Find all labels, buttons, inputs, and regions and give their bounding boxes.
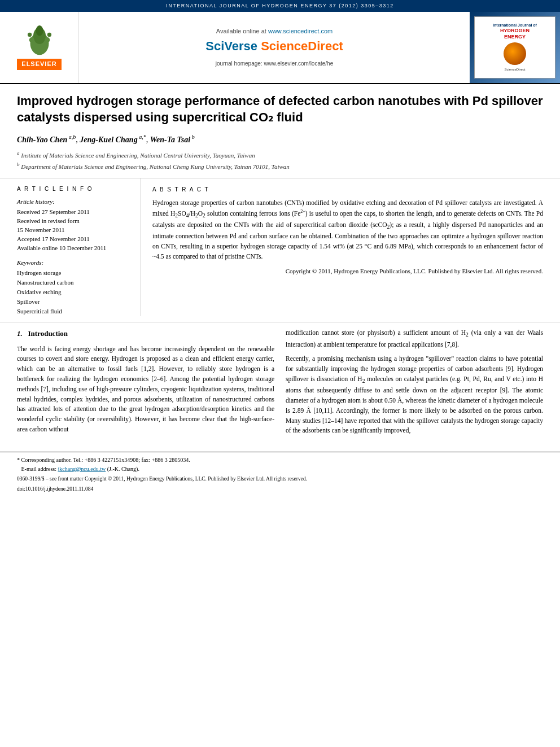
affiliations: a Institute of Materials Science and Eng… bbox=[17, 149, 543, 172]
sciverse-part1: SciVerse bbox=[205, 39, 257, 53]
keyword-3: Oxidative etching bbox=[17, 288, 132, 297]
email-label: E-mail address: bbox=[21, 466, 56, 472]
footnote-section: * Corresponding author. Tel.: +886 3 422… bbox=[0, 452, 560, 496]
keyword-1: Hydrogen storage bbox=[17, 269, 132, 278]
journal-cover-area: International Journal of HYDROGEN ENERGY… bbox=[470, 12, 560, 83]
body-columns: 1. Introduction The world is facing ener… bbox=[17, 328, 543, 440]
main-content: 1. Introduction The world is facing ener… bbox=[0, 322, 560, 452]
accepted-date: Accepted 17 November 2011 bbox=[17, 235, 132, 244]
corresponding-author-note: * Corresponding author. Tel.: +886 3 422… bbox=[17, 457, 190, 463]
footnote-corresponding: * Corresponding author. Tel.: +886 3 422… bbox=[17, 456, 543, 465]
article-info-column: A R T I C L E I N F O Article history: R… bbox=[17, 178, 141, 317]
abstract-heading: A B S T R A C T bbox=[152, 185, 543, 194]
svg-point-3 bbox=[36, 25, 43, 36]
journal-homepage: journal homepage: www.elsevier.com/locat… bbox=[216, 60, 333, 68]
keywords-section: Keywords: Hydrogen storage Nanostructure… bbox=[17, 259, 132, 316]
svg-point-6 bbox=[27, 32, 31, 36]
affiliation-1: a Institute of Materials Science and Eng… bbox=[17, 149, 543, 160]
body-col-left: 1. Introduction The world is facing ener… bbox=[17, 328, 274, 440]
author-3-name: Wen-Ta Tsai bbox=[150, 136, 190, 144]
author-1-sup: a,b bbox=[67, 134, 76, 140]
keyword-5: Supercritical fluid bbox=[17, 307, 132, 316]
received-date: Received 27 September 2011 bbox=[17, 208, 132, 217]
copyright-line: Copyright © 2011, Hydrogen Energy Public… bbox=[152, 267, 543, 276]
article-title: Improved hydrogen storage performance of… bbox=[17, 93, 543, 125]
authors-line: Chih-Yao Chen a,b, Jeng-Kuei Chang a,*, … bbox=[17, 133, 543, 146]
abstract-column: A B S T R A C T Hydrogen storage propert… bbox=[152, 178, 543, 317]
sciencedirect-url[interactable]: www.sciencedirect.com bbox=[268, 28, 333, 34]
article-title-section: Improved hydrogen storage performance of… bbox=[0, 84, 560, 178]
intro-paragraph-3: Recently, a promising mechanism using a … bbox=[286, 354, 543, 436]
body-col-right: modification cannot store (or physisorb)… bbox=[286, 328, 543, 440]
author-1-name: Chih-Yao Chen bbox=[17, 136, 67, 144]
elsevier-wordmark: ELSEVIER bbox=[17, 59, 61, 70]
elsevier-tree-icon bbox=[20, 25, 59, 56]
history-label: Article history: bbox=[17, 198, 132, 207]
svg-point-4 bbox=[29, 37, 34, 42]
received-revised-label: Received in revised form bbox=[17, 217, 132, 226]
doi-line: doi:10.1016/j.ijhydene.2011.11.084 bbox=[17, 486, 543, 493]
header-section: ELSEVIER Available online at www.science… bbox=[0, 12, 560, 84]
introduction-heading: 1. Introduction bbox=[17, 328, 274, 339]
cover-journal-title: International Journal of HYDROGEN ENERGY bbox=[493, 23, 537, 40]
article-history: Article history: Received 27 September 2… bbox=[17, 198, 132, 253]
article-info-abstract-section: A R T I C L E I N F O Article history: R… bbox=[0, 178, 560, 323]
elsevier-logo: ELSEVIER bbox=[17, 25, 61, 70]
journal-cover: International Journal of HYDROGEN ENERGY… bbox=[474, 16, 555, 78]
article-info-heading: A R T I C L E I N F O bbox=[17, 185, 132, 194]
elsevier-logo-area: ELSEVIER bbox=[0, 12, 79, 83]
journal-header-bar: International Journal of Hydrogen Energy… bbox=[0, 0, 560, 12]
sciverse-title: SciVerse ScienceDirect bbox=[205, 37, 343, 55]
header-center: Available online at www.sciencedirect.co… bbox=[79, 12, 470, 83]
keyword-2: Nanostructured carbon bbox=[17, 278, 132, 287]
intro-paragraph-1: The world is facing energy shortage and … bbox=[17, 344, 274, 435]
svg-point-7 bbox=[47, 32, 51, 36]
keywords-label: Keywords: bbox=[17, 259, 132, 268]
email-attribution: (J.-K. Chang). bbox=[107, 466, 139, 472]
issn-line: 0360-3199/$ – see front matter Copyright… bbox=[17, 475, 543, 483]
cover-graphic bbox=[504, 42, 526, 65]
affiliation-2: b Department of Materials Science and En… bbox=[17, 160, 543, 172]
abstract-text: Hydrogen storage properties of carbon na… bbox=[152, 198, 543, 261]
journal-homepage-label: journal homepage: www.elsevier.com/locat… bbox=[216, 60, 333, 67]
email-link[interactable]: jkchang@ncu.edu.tw bbox=[58, 466, 106, 472]
section-number: 1. bbox=[17, 329, 23, 338]
author-2-name: Jeng-Kuei Chang bbox=[80, 136, 137, 144]
footnote-email: E-mail address: jkchang@ncu.edu.tw (J.-K… bbox=[17, 465, 543, 474]
svg-point-5 bbox=[45, 37, 50, 42]
available-online-date: Available online 10 December 2011 bbox=[17, 244, 132, 253]
received-revised-date: 15 November 2011 bbox=[17, 226, 132, 235]
author-3-sup: b bbox=[190, 134, 195, 140]
author-2-sup: a,* bbox=[138, 134, 146, 140]
journal-title-bar: International Journal of Hydrogen Energy… bbox=[166, 3, 394, 8]
keyword-4: Spillover bbox=[17, 298, 132, 307]
cover-bottom-text: ScienceDirect bbox=[504, 67, 525, 72]
available-online-text: Available online at www.sciencedirect.co… bbox=[216, 27, 333, 36]
sciverse-part2: ScienceDirect bbox=[261, 39, 343, 53]
intro-paragraph-2: modification cannot store (or physisorb)… bbox=[286, 328, 543, 350]
